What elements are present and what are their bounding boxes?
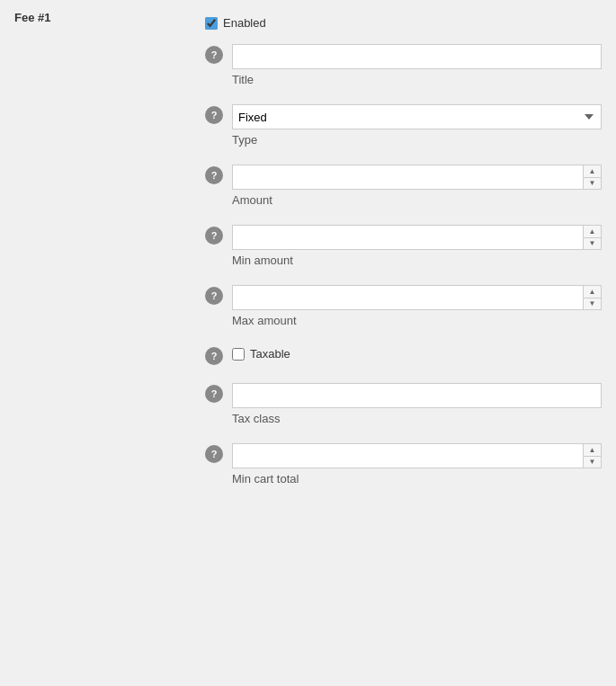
- amount-spinner-down[interactable]: ▼: [584, 178, 601, 190]
- min-amount-spinner: ▲ ▼: [583, 226, 601, 249]
- title-input[interactable]: [232, 44, 602, 69]
- max-amount-field-row: ? ▲ ▼ Max amount: [205, 285, 602, 327]
- amount-help-icon[interactable]: ?: [205, 166, 223, 184]
- tax-class-help-icon[interactable]: ?: [205, 385, 223, 403]
- enabled-checkbox[interactable]: [205, 17, 218, 30]
- min-amount-field-wrapper: ▲ ▼ Min amount: [232, 225, 602, 267]
- amount-input-wrapper: ▲ ▼: [232, 165, 602, 190]
- max-amount-spinner-up[interactable]: ▲: [584, 286, 601, 298]
- taxable-field-wrapper: Taxable: [232, 345, 602, 361]
- min-amount-input[interactable]: [232, 225, 602, 250]
- min-amount-help-icon[interactable]: ?: [205, 227, 223, 245]
- type-help-icon[interactable]: ?: [205, 106, 223, 124]
- min-amount-input-wrapper: ▲ ▼: [232, 225, 602, 250]
- enabled-label: Enabled: [223, 16, 266, 30]
- min-cart-total-help-icon[interactable]: ?: [205, 445, 223, 463]
- taxable-help-icon[interactable]: ?: [205, 347, 223, 365]
- min-cart-total-field-row: ? ▲ ▼ Min cart total: [205, 443, 602, 486]
- amount-spinner: ▲ ▼: [583, 165, 601, 189]
- type-field-row: ? Fixed Percentage Type: [205, 104, 602, 147]
- max-amount-help-icon[interactable]: ?: [205, 287, 223, 305]
- max-amount-spinner: ▲ ▼: [583, 286, 601, 309]
- tax-class-field-row: ? Tax class: [205, 383, 602, 425]
- taxable-checkbox[interactable]: [232, 348, 245, 361]
- page-container: Fee #1 Enabled ? Title ? Fixed Percentag…: [0, 0, 616, 686]
- max-amount-field-wrapper: ▲ ▼ Max amount: [232, 285, 602, 327]
- min-cart-total-spinner-up[interactable]: ▲: [584, 444, 601, 457]
- amount-field-row: ? ▲ ▼ Amount: [205, 165, 602, 207]
- min-amount-label: Min amount: [232, 254, 602, 267]
- max-amount-input-wrapper: ▲ ▼: [232, 285, 602, 310]
- enabled-row: Enabled: [205, 7, 602, 44]
- amount-input[interactable]: [232, 165, 602, 190]
- tax-class-field-wrapper: Tax class: [232, 383, 602, 425]
- max-amount-label: Max amount: [232, 314, 602, 327]
- min-cart-total-spinner: ▲ ▼: [583, 444, 601, 468]
- right-content: Enabled ? Title ? Fixed Percentage Type …: [198, 0, 616, 686]
- type-field-wrapper: Fixed Percentage Type: [232, 104, 602, 147]
- min-amount-spinner-up[interactable]: ▲: [584, 226, 601, 238]
- type-select[interactable]: Fixed Percentage: [232, 104, 602, 129]
- min-cart-total-input[interactable]: [232, 443, 602, 468]
- amount-field-wrapper: ▲ ▼ Amount: [232, 165, 602, 207]
- min-cart-total-input-wrapper: ▲ ▼: [232, 443, 602, 468]
- tax-class-label: Tax class: [232, 412, 602, 425]
- max-amount-input[interactable]: [232, 285, 602, 310]
- type-label: Type: [232, 133, 602, 147]
- max-amount-spinner-down[interactable]: ▼: [584, 298, 601, 310]
- tax-class-input[interactable]: [232, 383, 602, 408]
- fee-label: Fee #1: [0, 0, 198, 686]
- title-field-wrapper: Title: [232, 44, 602, 86]
- taxable-field-row: ? Taxable: [205, 345, 602, 365]
- amount-spinner-up[interactable]: ▲: [584, 165, 601, 178]
- min-amount-field-row: ? ▲ ▼ Min amount: [205, 225, 602, 267]
- title-field-row: ? Title: [205, 44, 602, 86]
- taxable-label: Taxable: [250, 347, 290, 361]
- title-help-icon[interactable]: ?: [205, 46, 223, 64]
- min-cart-total-field-wrapper: ▲ ▼ Min cart total: [232, 443, 602, 486]
- amount-label: Amount: [232, 193, 602, 207]
- title-label: Title: [232, 73, 602, 86]
- min-amount-spinner-down[interactable]: ▼: [584, 238, 601, 250]
- min-cart-total-label: Min cart total: [232, 472, 602, 486]
- min-cart-total-spinner-down[interactable]: ▼: [584, 457, 601, 468]
